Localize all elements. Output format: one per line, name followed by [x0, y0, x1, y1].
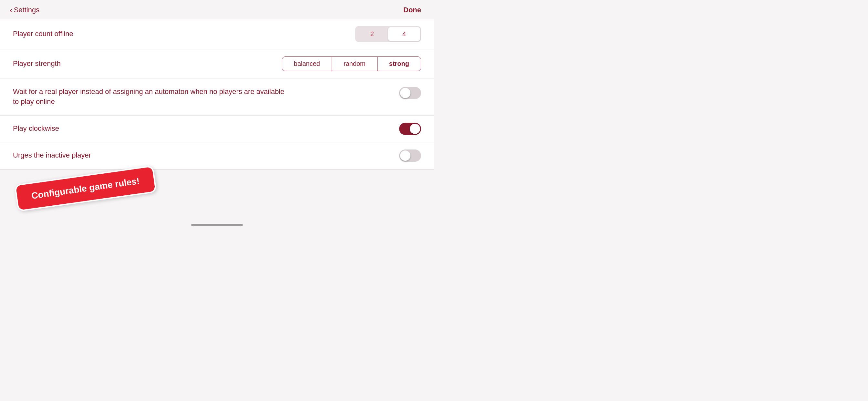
player-count-label: Player count offline	[13, 29, 287, 39]
back-label: Settings	[14, 6, 40, 14]
wait-player-control	[399, 87, 421, 99]
promo-section: Configurable game rules!	[0, 172, 434, 230]
settings-header: ‹ Settings Done	[0, 0, 434, 19]
play-clockwise-row: Play clockwise	[0, 116, 434, 143]
play-clockwise-toggle-thumb	[410, 124, 420, 134]
player-count-control: 2 4	[355, 26, 421, 42]
strength-option-balanced[interactable]: balanced	[282, 57, 332, 71]
home-indicator	[191, 224, 243, 226]
player-count-row: Player count offline 2 4	[0, 19, 434, 50]
urges-inactive-control	[399, 150, 421, 162]
play-clockwise-label: Play clockwise	[13, 124, 287, 134]
back-chevron-icon: ‹	[10, 6, 12, 14]
urges-inactive-toggle-thumb	[400, 150, 410, 161]
player-strength-label: Player strength	[13, 59, 282, 69]
player-strength-segmented: balanced random strong	[282, 57, 421, 71]
wait-player-toggle[interactable]	[399, 87, 421, 99]
wait-player-label: Wait for a real player instead of assign…	[13, 87, 287, 107]
done-button[interactable]: Done	[403, 6, 421, 14]
player-strength-row: Player strength balanced random strong	[0, 50, 434, 79]
play-clockwise-control	[399, 123, 421, 135]
player-strength-control: balanced random strong	[282, 57, 421, 71]
urges-inactive-row: Urges the inactive player	[0, 143, 434, 169]
player-count-segmented: 2 4	[355, 26, 421, 42]
urges-inactive-label: Urges the inactive player	[13, 150, 287, 160]
settings-list: Player count offline 2 4 Player strength…	[0, 19, 434, 169]
player-count-option-4[interactable]: 4	[388, 27, 420, 41]
promo-badge: Configurable game rules!	[14, 165, 157, 212]
player-count-option-2[interactable]: 2	[356, 27, 388, 41]
strength-option-random[interactable]: random	[332, 57, 377, 71]
urges-inactive-toggle[interactable]	[399, 150, 421, 162]
play-clockwise-toggle[interactable]	[399, 123, 421, 135]
wait-player-row: Wait for a real player instead of assign…	[0, 79, 434, 116]
back-button[interactable]: ‹ Settings	[10, 6, 39, 14]
strength-option-strong[interactable]: strong	[377, 57, 421, 71]
wait-player-toggle-thumb	[400, 88, 410, 98]
separator	[0, 169, 434, 172]
